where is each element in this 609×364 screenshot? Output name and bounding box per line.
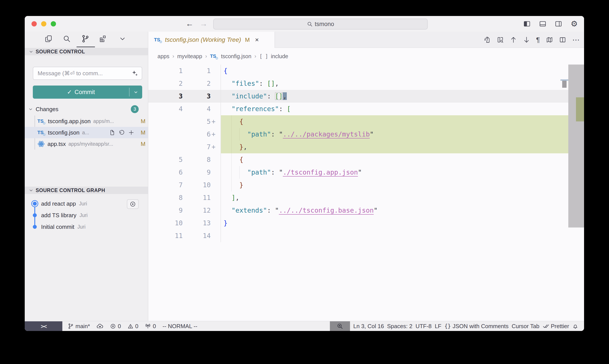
commit-row[interactable]: add TS libraryJuri [25, 209, 148, 221]
code-line[interactable]: 6+ "path": "../../packages/mytslib" [148, 128, 568, 141]
layout-sidebar-right-icon[interactable] [554, 19, 563, 28]
language-mode[interactable]: {}JSON with Comments [444, 323, 509, 330]
notifications[interactable] [572, 323, 578, 329]
breadcrumb-item[interactable]: tsconfig.json [221, 53, 251, 60]
scrollbar-slider[interactable] [568, 65, 584, 228]
changed-file-row[interactable]: TS⚙tsconfig.jsona...M [25, 127, 148, 138]
back-arrow-icon[interactable]: ← [186, 19, 194, 28]
code-line-content: "path": "../../packages/mytslib" [220, 128, 568, 141]
zoom-indicator[interactable] [330, 321, 350, 331]
status-item-label: 0 [135, 323, 138, 330]
target-icon [130, 201, 136, 207]
chevron-down-icon [29, 49, 33, 54]
code-editor[interactable]: 11{22 "files": [],33 "include": [],44 "r… [148, 65, 568, 321]
stage-icon[interactable] [128, 130, 134, 136]
checkout-target-button[interactable] [127, 199, 139, 209]
open-file-icon[interactable] [109, 130, 115, 136]
code-line[interactable]: 11{ [148, 65, 568, 77]
code-line-content: "path": "./tsconfig.app.json" [220, 166, 568, 179]
commit-row[interactable]: add react appJuri [25, 198, 148, 209]
ports-count[interactable]: 0 [145, 323, 156, 330]
added-line-plus [211, 191, 220, 204]
warning-count[interactable]: 0 [128, 323, 138, 330]
code-line[interactable]: 33 "include": [], [148, 90, 568, 103]
discard-icon[interactable] [118, 130, 125, 136]
commit-row[interactable]: Initial commitJuri [25, 221, 148, 233]
added-line-plus: + [211, 115, 220, 128]
command-center-search[interactable]: tsmono [213, 19, 428, 29]
code-line[interactable]: 710 } [148, 179, 568, 191]
code-line[interactable]: 1114 [148, 230, 568, 242]
eol[interactable]: LF [435, 323, 441, 330]
chevron-down-icon [133, 90, 139, 95]
remote-indicator[interactable]: >< [25, 321, 62, 331]
views-chevron-icon[interactable] [119, 35, 126, 43]
forward-arrow-icon[interactable]: → [200, 19, 207, 28]
encoding[interactable]: UTF-8 [415, 323, 432, 330]
changed-file-row[interactable]: app.tsxapps/myviteapp/sr...M [25, 138, 148, 150]
indentation[interactable]: Spaces: 2 [387, 323, 413, 330]
next-change-icon[interactable] [523, 36, 530, 43]
code-line-content: "include": [], [220, 90, 568, 103]
search-value: tsmono [315, 21, 334, 27]
previous-change-icon[interactable] [510, 36, 517, 43]
original-line-number: 3 [148, 90, 183, 103]
search-icon[interactable] [63, 35, 71, 43]
code-line[interactable]: 5+ { [148, 115, 568, 128]
layout-panel-icon[interactable] [538, 19, 547, 28]
ts-file-icon: TS⚙ [38, 118, 45, 124]
extensions-icon[interactable] [99, 35, 107, 43]
formatter[interactable]: Prettier [543, 323, 569, 330]
error-count[interactable]: 0 [110, 323, 121, 330]
changes-header[interactable]: Changes 3 [25, 105, 148, 113]
commit-button[interactable]: ✓ Commit [33, 86, 142, 99]
breadcrumb-item[interactable]: myviteapp [177, 53, 202, 60]
more-actions-icon[interactable]: ⋯ [572, 35, 580, 44]
explorer-icon[interactable] [45, 35, 52, 43]
breadcrumb-item[interactable]: apps [157, 53, 169, 60]
changed-file-row[interactable]: TS⚙tsconfig.app.jsonapps/m...M [25, 116, 148, 127]
commit-message-input[interactable]: Message (⌘⏎ to comm... [33, 67, 142, 80]
code-line[interactable]: 69 "path": "./tsconfig.app.json" [148, 166, 568, 179]
breadcrumb-item[interactable]: include [271, 53, 288, 60]
section-title: SOURCE CONTROL [36, 49, 85, 55]
map-icon[interactable] [546, 36, 553, 43]
close-tab-icon[interactable]: × [255, 36, 259, 43]
open-changes-icon[interactable] [484, 36, 491, 43]
source-control-icon[interactable] [81, 35, 90, 44]
code-line[interactable]: 22 "files": [], [148, 77, 568, 90]
cursor-tab[interactable]: Cursor Tab [512, 323, 539, 330]
minimize-window-button[interactable] [41, 21, 46, 26]
code-line[interactable]: 811 ], [148, 191, 568, 204]
source-control-section-header[interactable]: SOURCE CONTROL [25, 48, 148, 55]
sparkle-icon[interactable] [132, 70, 138, 77]
status-item-label: -- NORMAL -- [163, 323, 197, 330]
layout-sidebar-left-icon[interactable] [522, 19, 531, 28]
zoom-window-button[interactable] [51, 21, 56, 26]
indent-guide [232, 128, 232, 141]
code-line[interactable]: 44 "references": [ [148, 103, 568, 115]
close-window-button[interactable] [31, 21, 37, 26]
commit-dot [33, 213, 37, 217]
settings-gear-icon[interactable]: ⚙ [570, 19, 579, 28]
vscode-window: ← → tsmono ⚙ [25, 16, 584, 331]
cursor-position[interactable]: Ln 3, Col 16 [353, 323, 384, 330]
status-item-label: 0 [153, 323, 156, 330]
whitespace-pilcrow-icon[interactable]: ¶ [536, 36, 540, 44]
commit-dot-head [33, 202, 37, 206]
commit-dropdown-button[interactable] [130, 90, 142, 95]
tab-tsconfig-working-tree[interactable]: TS⚙ tsconfig.json (Working Tree) M × [148, 32, 275, 48]
source-control-graph-header[interactable]: SOURCE CONTROL GRAPH [25, 187, 148, 194]
git-branch-indicator[interactable]: main* [68, 323, 90, 330]
code-line[interactable]: 7+ }, [148, 141, 568, 153]
editor-scrollbar[interactable] [568, 65, 584, 321]
sync-changes[interactable] [96, 323, 104, 330]
vim-mode[interactable]: -- NORMAL -- [163, 323, 197, 330]
code-line[interactable]: 912 "extends": "../../tsconfig.base.json… [148, 204, 568, 217]
status-bar: >< main*000-- NORMAL -- Ln 3, Col 16Spac… [25, 321, 584, 331]
code-line[interactable]: 1013} [148, 217, 568, 230]
code-line[interactable]: 58 { [148, 153, 568, 166]
split-editor-icon[interactable] [559, 36, 566, 43]
zoom-in-icon [337, 323, 343, 329]
inline-view-icon[interactable] [497, 36, 504, 43]
